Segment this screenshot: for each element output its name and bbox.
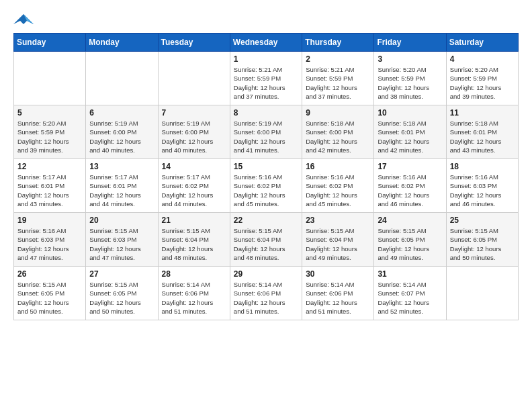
weekday-header-wednesday: Wednesday [230,34,302,52]
calendar-cell [446,267,518,320]
day-info: Sunrise: 5:21 AM Sunset: 5:59 PM Dayligh… [306,65,370,101]
calendar-cell: 28Sunrise: 5:14 AM Sunset: 6:06 PM Dayli… [158,267,230,320]
day-info: Sunrise: 5:15 AM Sunset: 6:04 PM Dayligh… [306,226,370,262]
calendar-cell: 12Sunrise: 5:17 AM Sunset: 6:01 PM Dayli… [14,159,86,213]
day-number: 26 [17,269,82,279]
day-number: 30 [306,269,370,279]
day-info: Sunrise: 5:16 AM Sunset: 6:02 PM Dayligh… [378,173,442,208]
weekday-header-sunday: Sunday [14,34,86,52]
calendar-cell: 6Sunrise: 5:19 AM Sunset: 6:00 PM Daylig… [86,105,158,159]
day-info: Sunrise: 5:17 AM Sunset: 6:01 PM Dayligh… [17,173,82,208]
day-number: 28 [162,269,226,279]
calendar-cell: 11Sunrise: 5:18 AM Sunset: 6:01 PM Dayli… [446,105,518,159]
day-info: Sunrise: 5:15 AM Sunset: 6:05 PM Dayligh… [89,280,154,316]
day-info: Sunrise: 5:20 AM Sunset: 5:59 PM Dayligh… [450,65,515,101]
day-info: Sunrise: 5:17 AM Sunset: 6:02 PM Dayligh… [162,173,226,208]
day-number: 14 [162,162,226,171]
calendar-table: SundayMondayTuesdayWednesdayThursdayFrid… [13,33,519,320]
day-number: 4 [450,54,515,64]
calendar-cell: 20Sunrise: 5:15 AM Sunset: 6:03 PM Dayli… [86,213,158,267]
calendar-cell: 22Sunrise: 5:15 AM Sunset: 6:04 PM Dayli… [230,213,302,267]
day-info: Sunrise: 5:18 AM Sunset: 6:01 PM Dayligh… [378,119,442,154]
day-number: 19 [17,216,82,225]
weekday-header-friday: Friday [374,34,446,52]
calendar-cell: 4Sunrise: 5:20 AM Sunset: 5:59 PM Daylig… [446,52,518,105]
day-number: 25 [450,216,515,225]
calendar-cell: 21Sunrise: 5:15 AM Sunset: 6:04 PM Dayli… [158,213,230,267]
calendar-week-row: 12Sunrise: 5:17 AM Sunset: 6:01 PM Dayli… [14,159,519,213]
calendar-cell: 9Sunrise: 5:18 AM Sunset: 6:00 PM Daylig… [302,105,374,159]
day-number: 24 [378,216,442,225]
day-number: 5 [17,108,82,118]
calendar-week-row: 5Sunrise: 5:20 AM Sunset: 5:59 PM Daylig… [14,105,519,159]
day-info: Sunrise: 5:15 AM Sunset: 6:03 PM Dayligh… [89,226,154,262]
day-info: Sunrise: 5:19 AM Sunset: 6:00 PM Dayligh… [234,119,298,154]
calendar-cell: 14Sunrise: 5:17 AM Sunset: 6:02 PM Dayli… [158,159,230,213]
day-info: Sunrise: 5:16 AM Sunset: 6:03 PM Dayligh… [17,226,82,262]
day-info: Sunrise: 5:15 AM Sunset: 6:05 PM Dayligh… [378,226,442,262]
calendar-cell: 5Sunrise: 5:20 AM Sunset: 5:59 PM Daylig… [14,105,86,159]
calendar-cell: 30Sunrise: 5:14 AM Sunset: 6:06 PM Dayli… [302,267,374,320]
day-info: Sunrise: 5:14 AM Sunset: 6:06 PM Dayligh… [162,280,226,316]
day-number: 10 [378,108,442,118]
day-info: Sunrise: 5:15 AM Sunset: 6:05 PM Dayligh… [450,226,515,262]
day-number: 21 [162,216,226,225]
calendar-cell: 24Sunrise: 5:15 AM Sunset: 6:05 PM Dayli… [374,213,446,267]
day-info: Sunrise: 5:14 AM Sunset: 6:06 PM Dayligh… [234,280,298,316]
day-number: 9 [306,108,370,118]
logo-icon [13,11,34,28]
calendar-cell: 8Sunrise: 5:19 AM Sunset: 6:00 PM Daylig… [230,105,302,159]
calendar-week-row: 1Sunrise: 5:21 AM Sunset: 5:59 PM Daylig… [14,52,519,105]
calendar-cell: 13Sunrise: 5:17 AM Sunset: 6:01 PM Dayli… [86,159,158,213]
day-info: Sunrise: 5:19 AM Sunset: 6:00 PM Dayligh… [89,119,154,154]
calendar-cell: 31Sunrise: 5:14 AM Sunset: 6:07 PM Dayli… [374,267,446,320]
weekday-header-monday: Monday [86,34,158,52]
calendar-cell: 29Sunrise: 5:14 AM Sunset: 6:06 PM Dayli… [230,267,302,320]
calendar-cell: 17Sunrise: 5:16 AM Sunset: 6:02 PM Dayli… [374,159,446,213]
day-info: Sunrise: 5:16 AM Sunset: 6:02 PM Dayligh… [234,173,298,208]
day-number: 1 [234,54,298,64]
day-info: Sunrise: 5:15 AM Sunset: 6:04 PM Dayligh… [234,226,298,262]
header [13,11,519,28]
day-info: Sunrise: 5:19 AM Sunset: 6:00 PM Dayligh… [162,119,226,154]
day-number: 23 [306,216,370,225]
day-number: 3 [378,54,442,64]
day-number: 16 [306,162,370,171]
calendar-cell: 2Sunrise: 5:21 AM Sunset: 5:59 PM Daylig… [302,52,374,105]
calendar-cell: 19Sunrise: 5:16 AM Sunset: 6:03 PM Dayli… [14,213,86,267]
day-info: Sunrise: 5:14 AM Sunset: 6:07 PM Dayligh… [378,280,442,316]
day-info: Sunrise: 5:20 AM Sunset: 5:59 PM Dayligh… [378,65,442,101]
day-number: 6 [89,108,154,118]
weekday-header-tuesday: Tuesday [158,34,230,52]
calendar-cell [14,52,86,105]
day-number: 11 [450,108,515,118]
day-number: 27 [89,269,154,279]
day-number: 7 [162,108,226,118]
day-info: Sunrise: 5:15 AM Sunset: 6:04 PM Dayligh… [162,226,226,262]
logo [13,11,36,28]
day-info: Sunrise: 5:18 AM Sunset: 6:00 PM Dayligh… [306,119,370,154]
day-number: 31 [378,269,442,279]
weekday-header-saturday: Saturday [446,34,518,52]
day-number: 8 [234,108,298,118]
day-number: 2 [306,54,370,64]
weekday-header-row: SundayMondayTuesdayWednesdayThursdayFrid… [14,34,519,52]
calendar-cell [86,52,158,105]
calendar-cell: 1Sunrise: 5:21 AM Sunset: 5:59 PM Daylig… [230,52,302,105]
calendar-week-row: 19Sunrise: 5:16 AM Sunset: 6:03 PM Dayli… [14,213,519,267]
day-number: 12 [17,162,82,171]
day-number: 29 [234,269,298,279]
calendar-cell: 10Sunrise: 5:18 AM Sunset: 6:01 PM Dayli… [374,105,446,159]
calendar-cell: 16Sunrise: 5:16 AM Sunset: 6:02 PM Dayli… [302,159,374,213]
day-info: Sunrise: 5:17 AM Sunset: 6:01 PM Dayligh… [89,173,154,208]
day-info: Sunrise: 5:20 AM Sunset: 5:59 PM Dayligh… [17,119,82,154]
day-info: Sunrise: 5:18 AM Sunset: 6:01 PM Dayligh… [450,119,515,154]
calendar-cell: 18Sunrise: 5:16 AM Sunset: 6:03 PM Dayli… [446,159,518,213]
day-number: 13 [89,162,154,171]
calendar-cell: 23Sunrise: 5:15 AM Sunset: 6:04 PM Dayli… [302,213,374,267]
day-number: 17 [378,162,442,171]
day-info: Sunrise: 5:14 AM Sunset: 6:06 PM Dayligh… [306,280,370,316]
weekday-header-thursday: Thursday [302,34,374,52]
day-number: 18 [450,162,515,171]
calendar-cell: 26Sunrise: 5:15 AM Sunset: 6:05 PM Dayli… [14,267,86,320]
